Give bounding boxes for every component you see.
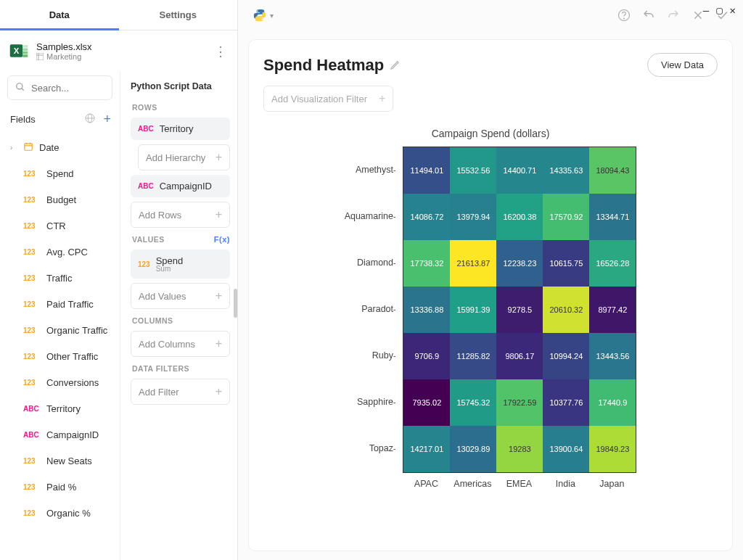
search-icon (15, 82, 25, 94)
columns-add[interactable]: Add Columns+ (131, 331, 230, 357)
field-item-spend[interactable]: 123Spend (0, 160, 117, 186)
globe-icon[interactable] (84, 112, 96, 126)
field-label: Paid Traffic (46, 299, 94, 310)
x-axis-label: EMEA (496, 473, 542, 489)
field-label: Budget (46, 194, 76, 205)
field-item-traffic[interactable]: 123Traffic (0, 265, 117, 291)
heatmap-cell: 9806.17 (496, 333, 543, 379)
add-viz-filter[interactable]: Add Visualization Filter + (263, 86, 393, 112)
rows-chip-territory[interactable]: ABCTerritory (131, 118, 230, 140)
field-label: Spend (46, 168, 74, 179)
type-badge: 123 (23, 170, 41, 178)
heatmap-cell: 21613.87 (450, 240, 496, 287)
scrollbar[interactable] (234, 289, 237, 318)
field-label: Other Traffic (46, 351, 98, 362)
tabs: Data Settings (0, 0, 237, 30)
window-minimize-icon[interactable]: — (703, 4, 709, 16)
type-badge: 123 (23, 509, 41, 517)
field-label: CampaignID (46, 429, 99, 440)
values-chip-spend[interactable]: 123SpendSum (131, 250, 230, 279)
search-row (7, 75, 112, 100)
type-badge: 123 (23, 300, 41, 308)
heatmap-cell: 13336.88 (403, 287, 450, 333)
tab-settings[interactable]: Settings (119, 0, 238, 30)
left-pane: Data Settings X Samples.xlsx Marketing ⋮ (0, 0, 238, 560)
field-label: Organic % (46, 508, 91, 519)
add-field-icon[interactable]: + (103, 112, 111, 127)
card-header: Spend Heatmap View Data (263, 53, 718, 77)
window-maximize-icon[interactable]: ▢ (716, 4, 722, 16)
heatmap-cell: 17440.9 (589, 379, 636, 426)
plus-icon: + (215, 151, 222, 164)
svg-line-10 (22, 88, 24, 90)
columns-label: COLUMNS (132, 316, 230, 325)
svg-rect-3 (22, 49, 28, 52)
type-badge: ABC (138, 125, 154, 133)
file-menu-icon[interactable]: ⋮ (214, 44, 227, 59)
rows-chip-campaignid[interactable]: ABCCampaignID (131, 175, 230, 197)
file-sheet: Marketing (36, 52, 92, 61)
field-item-date[interactable]: ›Date (0, 134, 117, 160)
file-header: X Samples.xlsx Marketing ⋮ (0, 30, 237, 71)
heatmap-cell: 19849.23 (589, 426, 636, 472)
x-axis-label: APAC (403, 473, 449, 489)
field-item-territory[interactable]: ABCTerritory (0, 395, 117, 421)
field-item-avg-cpc[interactable]: 123Avg. CPC (0, 239, 117, 265)
svg-rect-6 (36, 53, 44, 60)
svg-rect-2 (22, 45, 28, 48)
type-badge: 123 (23, 326, 41, 334)
edit-title-icon[interactable] (390, 56, 401, 75)
x-axis-label: India (542, 473, 588, 489)
field-item-paid-[interactable]: 123Paid % (0, 474, 117, 500)
redo-icon[interactable] (663, 5, 684, 25)
svg-point-21 (624, 18, 625, 19)
excel-icon: X (9, 41, 29, 61)
field-item-new-seats[interactable]: 123New Seats (0, 448, 117, 474)
window-close-icon[interactable]: ✕ (730, 4, 736, 16)
rows-add[interactable]: Add Rows+ (131, 202, 230, 228)
tab-data[interactable]: Data (0, 0, 119, 30)
field-item-paid-traffic[interactable]: 123Paid Traffic (0, 291, 117, 317)
heatmap-cell: 10615.75 (543, 240, 589, 287)
file-name: Samples.xlsx (36, 41, 92, 52)
config-column: Python Script Data ROWS ABCTerritoryAdd … (120, 71, 237, 560)
values-add[interactable]: Add Values+ (131, 283, 230, 309)
view-data-button[interactable]: View Data (647, 53, 718, 77)
values-label: VALUES F(x) (132, 235, 230, 244)
y-axis-label: Topaz - (345, 425, 403, 472)
undo-icon[interactable] (639, 5, 659, 25)
chevron-down-icon: ▾ (270, 12, 274, 20)
heatmap-cell: 9706.9 (403, 333, 450, 379)
field-item-campaignid[interactable]: ABCCampaignID (0, 421, 117, 448)
y-axis-label: Ruby - (345, 332, 403, 379)
field-item-ctr[interactable]: 123CTR (0, 213, 117, 239)
type-badge: 123 (23, 483, 41, 491)
field-item-budget[interactable]: 123Budget (0, 186, 117, 213)
field-label: Territory (46, 403, 81, 414)
type-badge: 123 (23, 248, 41, 256)
fx-button[interactable]: F(x) (214, 235, 230, 244)
help-icon[interactable] (614, 5, 634, 25)
type-badge: 123 (23, 196, 41, 204)
filters-add[interactable]: Add Filter+ (131, 379, 230, 405)
fields-column: Fields + ›Date123Spend123Budget123CTR123… (0, 71, 120, 560)
field-label: New Seats (46, 456, 92, 466)
window-controls: — ▢ ✕ (703, 4, 736, 16)
heatmap-cell: 14086.72 (403, 194, 450, 240)
language-select[interactable]: ▾ (248, 5, 278, 25)
field-item-other-traffic[interactable]: 123Other Traffic (0, 343, 117, 369)
field-label: Organic Traffic (46, 325, 107, 336)
config-title: Python Script Data (131, 81, 230, 91)
type-badge: 123 (23, 457, 41, 465)
fields-header: Fields + (0, 107, 120, 131)
field-item-conversions[interactable]: 123Conversions (0, 369, 117, 395)
heatmap-cell: 15532.56 (450, 147, 496, 194)
field-item-organic-[interactable]: 123Organic % (0, 500, 117, 526)
heatmap-cell: 13979.94 (450, 194, 496, 240)
type-badge: 123 (23, 379, 41, 387)
chart-area: Campaign Spend (dollars) Amethyst -Aquam… (263, 112, 718, 538)
x-axis-label: Americas (449, 473, 496, 489)
type-badge: 123 (23, 222, 41, 230)
field-item-organic-traffic[interactable]: 123Organic Traffic (0, 317, 117, 343)
rows-add[interactable]: Add Hierarchy+ (138, 144, 230, 170)
